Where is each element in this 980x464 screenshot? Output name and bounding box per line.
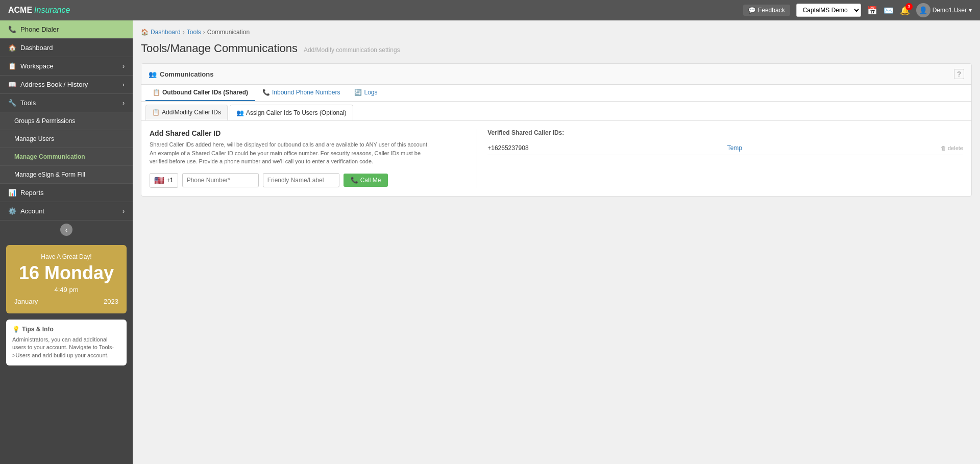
outer-tabs: 📋 Outbound Caller IDs (Shared) 📞 Inbound… (141, 85, 971, 102)
calendar-year: 2023 (104, 298, 118, 305)
sidebar-item-groups[interactable]: Groups & Permissions (0, 112, 133, 130)
phone-number-input[interactable] (182, 173, 259, 187)
sidebar-item-account[interactable]: ⚙️ Account › (0, 202, 133, 221)
sidebar-item-phone-dialer[interactable]: 📞 Phone Dialer (0, 20, 133, 39)
tab-inbound-phone[interactable]: 📞 Inbound Phone Numbers (255, 85, 347, 101)
breadcrumb-sep2: › (203, 29, 205, 36)
sidebar-item-label: Groups & Permissions (14, 117, 75, 125)
app-logo: ACME Insurance (8, 6, 70, 15)
account-icon: ⚙️ (8, 207, 16, 215)
verified-number: +16265237908 (487, 144, 528, 152)
sidebar-collapse-button[interactable]: ‹ (60, 224, 72, 236)
panel-header: 👥 Communications ? (141, 64, 971, 85)
home-icon: 🏠 (141, 29, 149, 36)
lightbulb-icon: 💡 (12, 326, 20, 333)
calendar-month-year: January 2023 (14, 298, 118, 305)
sidebar-item-dashboard[interactable]: 🏠 Dashboard (0, 39, 133, 57)
sidebar-item-label: Manage eSign & Form Fill (14, 171, 85, 178)
notification-icon[interactable]: 🔔 3 (900, 6, 910, 15)
chevron-right-icon: › (122, 81, 125, 88)
country-code-label: +1 (166, 177, 174, 184)
user-menu-button[interactable]: 👤 Demo1.User ▾ (916, 3, 972, 17)
add-modify-tab-icon: 📋 (152, 109, 160, 116)
sidebar-item-label: Reports (20, 189, 44, 197)
mail-icon[interactable]: ✉️ (884, 6, 894, 15)
col-verified-callerids: Verified Shared Caller IDs: +16265237908… (477, 129, 963, 188)
us-flag-icon: 🇺🇸 (154, 176, 164, 185)
friendly-name-input[interactable] (263, 173, 339, 187)
calendar-month: January (14, 298, 38, 305)
breadcrumb-tools[interactable]: Tools (187, 29, 201, 36)
workspace-select[interactable]: CaptalMS Demo (796, 4, 861, 17)
outbound-tab-icon: 📋 (153, 89, 160, 96)
sidebar-item-label: Manage Users (14, 135, 54, 142)
sidebar-item-label: Tools (20, 99, 36, 107)
calendar-icon[interactable]: 📅 (867, 6, 877, 15)
call-me-button[interactable]: 📞 Call Me (344, 174, 388, 187)
call-icon: 📞 (351, 177, 358, 184)
sidebar-tips: 💡 Tips & Info Administrators, you can ad… (6, 320, 127, 365)
sidebar-item-label: Manage Communication (14, 153, 85, 160)
app-name-acme: ACME (8, 6, 32, 15)
delete-button[interactable]: 🗑 delete (941, 145, 963, 151)
sidebar: 📞 Phone Dialer 🏠 Dashboard 📋 Workspace ›… (0, 20, 133, 464)
tab-content: Add Shared Caller ID Shared Caller IDs a… (141, 121, 971, 196)
main-layout: 📞 Phone Dialer 🏠 Dashboard 📋 Workspace ›… (0, 20, 980, 464)
page-title: Tools/Manage Communications (141, 42, 298, 55)
tips-title: 💡 Tips & Info (12, 326, 120, 333)
page-subtitle: Add/Modify communication settings (304, 46, 400, 54)
two-col-layout: Add Shared Caller ID Shared Caller IDs a… (150, 129, 963, 188)
assign-tab-icon: 👥 (236, 109, 244, 116)
add-caller-id-title: Add Shared Caller ID (150, 129, 467, 137)
sidebar-item-tools[interactable]: 🔧 Tools › (0, 94, 133, 112)
sidebar-item-label: Phone Dialer (20, 26, 59, 33)
sidebar-item-manage-esign[interactable]: Manage eSign & Form Fill (0, 166, 133, 184)
tab-add-modify-callerid[interactable]: 📋 Add/Modify Caller IDs (145, 105, 228, 120)
add-caller-id-desc: Shared Caller IDs added here, will be di… (150, 140, 435, 166)
sidebar-item-manage-users[interactable]: Manage Users (0, 130, 133, 148)
phone-dialer-icon: 📞 (8, 26, 16, 33)
sidebar-item-manage-communication[interactable]: Manage Communication (0, 148, 133, 166)
sidebar-item-reports[interactable]: 📊 Reports (0, 184, 133, 202)
calendar-time: 4:49 pm (14, 286, 118, 294)
reports-icon: 📊 (8, 189, 16, 197)
col-add-caller-id: Add Shared Caller ID Shared Caller IDs a… (150, 129, 467, 188)
feedback-icon: 💬 (748, 7, 756, 14)
inner-tabs: 📋 Add/Modify Caller IDs 👥 Assign Caller … (141, 102, 971, 121)
sidebar-item-label: Account (20, 207, 44, 215)
feedback-button[interactable]: 💬 Feedback (743, 5, 790, 16)
sidebar-item-workspace[interactable]: 📋 Workspace › (0, 57, 133, 76)
sidebar-item-label: Dashboard (20, 44, 53, 52)
verified-name-link[interactable]: Temp (727, 144, 742, 152)
notification-badge: 3 (905, 3, 913, 10)
user-chevron-icon: ▾ (969, 7, 972, 14)
calendar-date: 16 Monday (14, 262, 118, 284)
tab-outbound-callerid[interactable]: 📋 Outbound Caller IDs (Shared) (145, 85, 255, 101)
panel-title: 👥 Communications (149, 70, 213, 78)
panel-help-button[interactable]: ? (954, 69, 964, 79)
breadcrumb-communication: Communication (207, 29, 250, 36)
inbound-tab-icon: 📞 (262, 89, 270, 96)
tab-logs[interactable]: 🔄 Logs (347, 85, 384, 101)
sidebar-item-address-book[interactable]: 📖 Address Book / History › (0, 76, 133, 94)
workspace-icon: 📋 (8, 62, 16, 70)
content-area: 🏠 Dashboard › Tools › Communication Tool… (133, 20, 980, 464)
calendar-greeting: Have A Great Day! (14, 253, 118, 260)
dashboard-icon: 🏠 (8, 44, 16, 52)
breadcrumb-dashboard[interactable]: Dashboard (151, 29, 181, 36)
address-book-icon: 📖 (8, 81, 16, 88)
country-code-selector[interactable]: 🇺🇸 +1 (150, 173, 178, 188)
tools-icon: 🔧 (8, 99, 16, 107)
trash-icon: 🗑 (941, 145, 946, 151)
chevron-down-icon: › (122, 100, 125, 107)
chevron-right-icon: › (122, 63, 125, 70)
breadcrumb-sep1: › (183, 29, 185, 36)
feedback-label: Feedback (758, 7, 785, 14)
chevron-right-icon: › (122, 208, 125, 215)
verified-caller-ids-title: Verified Shared Caller IDs: (487, 129, 963, 136)
sidebar-item-label: Workspace (20, 62, 54, 70)
tips-text: Administrators, you can add additional u… (12, 336, 120, 359)
page-header: Tools/Manage Communications Add/Modify c… (141, 42, 972, 55)
avatar: 👤 (916, 3, 930, 17)
tab-assign-callerid[interactable]: 👥 Assign Caller Ids To Users (Optional) (230, 105, 353, 120)
